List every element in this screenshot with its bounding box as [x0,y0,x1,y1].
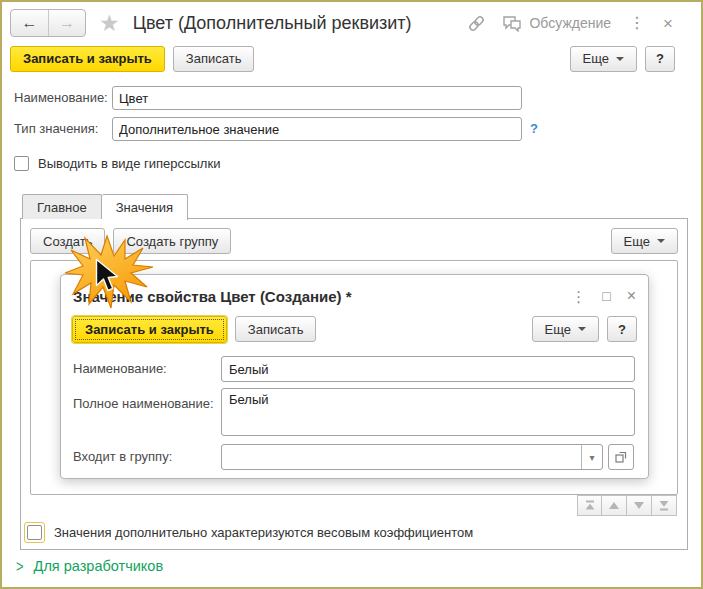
discussion-button[interactable]: Обсуждение [502,15,611,32]
move-bottom-button[interactable] [652,495,677,516]
dialog-name-label: Наименование: [73,356,167,382]
dialog-maximize-icon[interactable]: □ [602,289,610,303]
hyperlink-checkbox-row: Выводить в виде гиперссылки [14,156,220,171]
window-close-icon[interactable]: × [663,15,673,32]
chevron-down-icon [578,327,586,331]
chevron-right-icon: > [16,556,24,576]
move-down-button[interactable] [627,495,652,516]
copy-link-icon[interactable] [467,14,486,33]
main-toolbar: Записать и закрыть Записать Еще ? [10,45,675,72]
move-up-button[interactable] [602,495,627,516]
developers-link-label: Для разработчиков [34,558,164,574]
dialog-name-input[interactable] [221,356,635,382]
dialog-fullname-textarea[interactable]: Белый [221,388,635,436]
dialog-group-dropdown-icon[interactable]: ▾ [581,445,602,469]
window-title: Цвет (Дополнительный реквизит) [133,13,412,34]
weight-checkbox-row: Значения дополнительно характеризуются в… [24,522,473,543]
reorder-buttons [577,495,677,516]
favorite-star-icon[interactable]: ★ [99,12,120,35]
hyperlink-checkbox[interactable] [14,156,29,171]
dialog-save-close-button[interactable]: Записать и закрыть [72,316,227,343]
help-button[interactable]: ? [645,46,675,72]
tab-main[interactable]: Главное [22,194,102,219]
dialog-group-combo: ▾ [221,444,603,470]
move-top-button[interactable] [577,495,602,516]
dialog-more-button[interactable]: Еще [532,316,599,342]
back-button[interactable]: ← [11,10,48,36]
type-field-label: Тип значения: [14,117,98,141]
dialog-group-input[interactable] [222,445,581,469]
weight-checkbox[interactable] [27,525,42,540]
save-close-button[interactable]: Записать и закрыть [10,46,165,72]
dialog-more-label: Еще [545,322,571,337]
chevron-down-icon [616,57,624,61]
dialog-fullname-label: Полное наименование: [73,391,214,417]
more-label: Еще [583,51,609,66]
dialog-header: Значение свойства Цвет (Создание) * ⋮ □ … [73,285,636,307]
type-help-link[interactable]: ? [530,121,538,136]
history-nav: ← → [10,9,86,37]
dialog-menu-icon[interactable]: ⋮ [571,289,586,304]
titlebar: ← → ★ Цвет (Дополнительный реквизит) Обс… [10,7,673,39]
dialog-group-label: Входит в группу: [73,444,172,470]
value-type-input[interactable] [112,117,522,141]
titlebar-menu-icon[interactable]: ⋮ [629,15,645,31]
name-field-label: Наименование: [14,86,108,110]
dialog-group-open-button[interactable] [608,444,634,470]
chevron-down-icon [657,239,665,243]
developers-link[interactable]: > Для разработчиков [16,558,163,574]
name-input[interactable] [112,86,522,110]
dialog-toolbar: Записать и закрыть Записать Еще ? [72,315,637,343]
values-more-label: Еще [624,234,650,249]
dialog-close-icon[interactable]: × [627,288,636,304]
hyperlink-checkbox-label: Выводить в виде гиперссылки [38,156,220,171]
weight-checkbox-label: Значения дополнительно характеризуются в… [54,525,473,540]
dialog-save-button[interactable]: Записать [235,316,317,342]
more-button[interactable]: Еще [570,46,637,72]
tab-strip: Главное Значения [22,194,188,219]
tab-values[interactable]: Значения [102,194,188,220]
discussion-label: Обсуждение [529,15,611,31]
save-button[interactable]: Записать [173,46,255,72]
forward-button[interactable]: → [48,10,85,36]
dialog-help-button[interactable]: ? [607,316,637,342]
weight-checkbox-focus-ring [24,522,45,543]
app-window: ← → ★ Цвет (Дополнительный реквизит) Обс… [0,0,703,589]
values-more-button[interactable]: Еще [611,228,678,254]
mouse-cursor [95,258,120,294]
